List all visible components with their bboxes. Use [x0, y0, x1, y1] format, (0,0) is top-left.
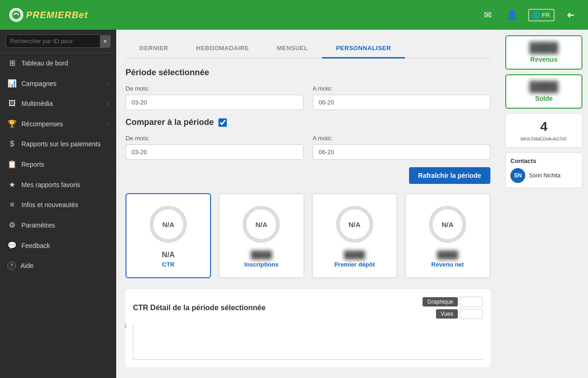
sidebar-item-label: Récompenses [21, 120, 63, 128]
sidebar-item-label: Aide [20, 262, 33, 269]
compare-title: Comparer à la période [126, 117, 214, 127]
sidebar-item-tableau[interactable]: ⊞ Tableau de bord [0, 53, 116, 73]
multimedia-count: 4 [511, 119, 576, 134]
inscriptions-circle-chart: N/A [240, 203, 282, 245]
sidebar-item-infos[interactable]: ≡ Infos et nouveautés [0, 195, 116, 215]
chevron-right-icon: › [107, 81, 109, 86]
stat-card-premier-depot[interactable]: N/A ████ Premier dépôt [312, 193, 397, 278]
period-form-row: De mois: A mois: [126, 85, 490, 110]
inscriptions-value: ████ [251, 251, 272, 259]
image-icon: 🖼 [7, 99, 17, 108]
sidebar-item-multimedia[interactable]: 🖼 Multimédia › [0, 94, 116, 114]
tab-personnaliser[interactable]: PERSONNALISER [322, 39, 405, 59]
star-icon: ★ [7, 180, 17, 189]
compare-form-row: De mois: A mois: [126, 135, 490, 160]
sidebar-item-label: Tableau de bord [21, 59, 68, 67]
contacts-panel: Contacts SN Sorin Nichita [505, 152, 582, 188]
sidebar-item-campagnes[interactable]: 📊 Campagnes › [0, 73, 116, 94]
stat-card-ctr[interactable]: N/A N/A CTR [126, 193, 211, 278]
chat-icon: 💬 [7, 241, 17, 250]
sidebar-item-mes-rapports[interactable]: ★ Mes rapports favoris [0, 175, 116, 195]
vues-input[interactable] [460, 309, 483, 319]
ctr-value: N/A [162, 251, 175, 259]
home-icon: ⊞ [7, 59, 17, 67]
period-title: Période sélectionnée [126, 68, 490, 78]
revenus-value: ████ [512, 42, 576, 54]
compare-to-input[interactable] [313, 144, 491, 160]
revenu-net-value: ████ [437, 251, 458, 259]
logo: PREMIERBet [9, 8, 88, 22]
chevron-right-icon: › [107, 121, 109, 127]
stat-card-revenu-net[interactable]: N/A ████ Revenu net [405, 193, 490, 278]
stat-card-inscriptions[interactable]: N/A ████ Inscriptions [218, 193, 304, 278]
vues-row: Vues [436, 309, 483, 319]
premier-depot-circle-chart: N/A [334, 203, 376, 245]
compare-from-input[interactable] [126, 144, 304, 160]
graphique-button[interactable]: Graphique [423, 297, 458, 306]
stat-cards-row: N/A N/A CTR N/A ████ Inscriptions [126, 193, 490, 278]
search-input[interactable] [6, 35, 100, 47]
revenu-net-circle-text: N/A [442, 221, 454, 228]
period-to-input[interactable] [313, 95, 491, 110]
ctr-circle-chart: N/A [147, 203, 189, 245]
sidebar-item-reports[interactable]: 📋 Reports [0, 154, 116, 175]
ctr-circle-text: N/A [162, 221, 174, 228]
sidebar-item-parametres[interactable]: ⚙ Paramètres [0, 215, 116, 235]
ctr-label: CTR [162, 261, 175, 268]
contact-item[interactable]: SN Sorin Nichita [510, 168, 577, 183]
revenus-label: Revenus [512, 56, 576, 63]
period-from-group: De mois: [126, 85, 304, 110]
chart-controls: Graphique Vues [423, 297, 483, 319]
tabs-bar: DERNIER HEBDOMADAIRE MENSUEL PERSONNALIS… [126, 39, 490, 59]
compare-from-group: De mois: [126, 135, 304, 160]
sidebar-item-rapports-paiements[interactable]: $ Rapports sur les paiements [0, 134, 116, 154]
lang-button[interactable]: 🌐 FR [528, 9, 555, 21]
sidebar-item-label: Mes rapports favoris [21, 181, 80, 189]
logout-icon[interactable]: ➜ [562, 7, 579, 23]
contacts-title: Contacts [510, 157, 577, 164]
sidebar-item-feedback[interactable]: 💬 Feedback [0, 235, 116, 256]
mail-icon[interactable]: ✉ [480, 7, 496, 23]
sidebar-item-aide[interactable]: ? Aide [0, 256, 116, 276]
sidebar-item-recompenses[interactable]: 🏆 Récompenses › [0, 114, 116, 134]
chart-header: CTR Détail de la période sélectionnée Gr… [133, 297, 483, 319]
tab-mensuel[interactable]: MENSUEL [263, 39, 322, 59]
dollar-icon: $ [7, 140, 17, 148]
compare-to-label: A mois: [313, 135, 491, 142]
nav-icons: ✉ 👤 🌐 FR ➜ [480, 7, 579, 23]
inscriptions-circle-text: N/A [255, 221, 267, 228]
user-icon[interactable]: 👤 [504, 7, 521, 23]
logo-text: PREMIERBet [26, 10, 88, 20]
chart-section: CTR Détail de la période sélectionnée Gr… [126, 289, 490, 367]
period-to-group: A mois: [313, 85, 491, 110]
chart-title: CTR Détail de la période sélectionnée [133, 304, 265, 312]
main-layout: ▾ ⊞ Tableau de bord 📊 Campagnes › 🖼 Mult… [0, 30, 588, 378]
revenus-card[interactable]: ████ Revenus [505, 35, 582, 70]
multimedia-card: 4 MULTIMÉDIA ACTIF [505, 113, 582, 148]
main-content: DERNIER HEBDOMADAIRE MENSUEL PERSONNALIS… [116, 30, 500, 378]
sidebar-item-label: Rapports sur les paiements [21, 140, 100, 148]
vues-button[interactable]: Vues [436, 309, 458, 319]
sidebar-item-label: Paramètres [21, 222, 55, 229]
right-panel: ████ Revenus ████ Solde 4 MULTIMÉDIA ACT… [500, 30, 588, 378]
svg-point-0 [12, 10, 21, 20]
sidebar: ▾ ⊞ Tableau de bord 📊 Campagnes › 🖼 Mult… [0, 30, 116, 378]
graphique-input[interactable] [460, 297, 483, 307]
sidebar-item-label: Campagnes [21, 80, 57, 87]
period-from-input[interactable] [126, 95, 304, 110]
tab-hebdomadaire[interactable]: HEBDOMADAIRE [182, 39, 263, 59]
chart-area: 1 [133, 323, 483, 360]
search-dropdown-button[interactable]: ▾ [100, 35, 110, 47]
contact-avatar: SN [510, 168, 525, 183]
solde-card[interactable]: ████ Solde [505, 74, 582, 109]
solde-value: ████ [512, 81, 576, 93]
chevron-right-icon: › [107, 101, 109, 106]
compare-to-group: A mois: [313, 135, 491, 160]
tab-dernier[interactable]: DERNIER [126, 39, 182, 59]
sidebar-item-label: Feedback [21, 242, 50, 249]
refresh-button[interactable]: Rafraîchir la période [409, 167, 490, 184]
contact-name: Sorin Nichita [529, 172, 561, 179]
chart-icon: 📊 [7, 79, 17, 88]
compare-checkbox[interactable] [218, 118, 227, 127]
premier-depot-label: Premier dépôt [334, 261, 375, 268]
